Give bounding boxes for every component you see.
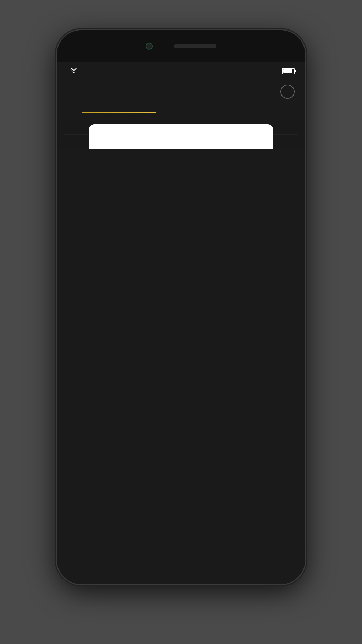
status-bar [57, 62, 305, 80]
help-button[interactable] [280, 85, 295, 99]
wifi-icon [70, 68, 77, 75]
phone-camera [146, 43, 153, 50]
status-right [282, 68, 295, 74]
sport-baseball[interactable] [209, 144, 266, 149]
sports-grid [96, 144, 266, 149]
modal-overlay [57, 121, 305, 149]
tab-bar [57, 103, 305, 121]
battery-fill [283, 69, 292, 73]
status-left [67, 68, 77, 75]
battery-icon [282, 68, 295, 74]
phone-speaker [174, 44, 216, 48]
phone-top-bar [57, 30, 305, 62]
app-background [57, 121, 305, 149]
sport-badminton[interactable] [153, 144, 209, 149]
tab-format[interactable] [181, 111, 305, 113]
nav-bar [57, 80, 305, 103]
select-type-modal [89, 124, 273, 149]
tab-details[interactable] [57, 111, 181, 113]
phone-frame [57, 30, 305, 584]
sport-american-football[interactable] [96, 144, 153, 149]
